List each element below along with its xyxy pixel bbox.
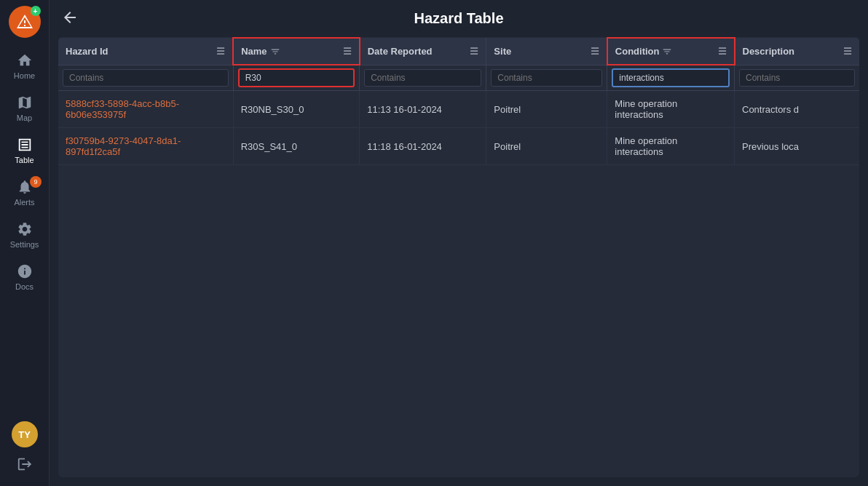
sidebar-item-home-label: Home [14, 71, 35, 80]
cell-site: Poitrel [486, 128, 607, 165]
table-row: 5888cf33-5898-4acc-b8b5-6b06e353975fR30N… [58, 91, 859, 128]
cell-date-reported: 11:18 16-01-2024 [360, 128, 486, 165]
sidebar-item-map-label: Map [17, 113, 32, 122]
logout-icon [17, 456, 33, 472]
col-menu-description[interactable]: ☰ [843, 46, 852, 57]
hazard-id-link[interactable]: f30759b4-9273-4047-8da1-897fd1f2ca5f [66, 135, 181, 157]
app-logo[interactable]: + [9, 6, 41, 38]
back-icon [61, 9, 79, 26]
hazard-table: Hazard Id ☰ Name ☰ [58, 37, 859, 165]
table-body: 5888cf33-5898-4acc-b8b5-6b06e353975fR30N… [58, 91, 859, 165]
sidebar: + Home Map Table 9 Alerts Settings [0, 0, 50, 486]
cell-description: Contractors d [735, 91, 860, 128]
filter-input-hazard-id[interactable] [63, 69, 229, 87]
cell-description: Previous loca [735, 128, 860, 165]
col-header-condition[interactable]: Condition ☰ [607, 38, 735, 65]
col-menu-site[interactable]: ☰ [591, 46, 599, 57]
table-header-row: Hazard Id ☰ Name ☰ [58, 38, 859, 65]
logout-button[interactable] [11, 450, 39, 480]
sidebar-bottom: TY [11, 421, 39, 480]
col-header-description[interactable]: Description ☰ [735, 38, 860, 65]
cell-name: R30NB_S30_0 [233, 91, 360, 128]
col-header-hazard-id[interactable]: Hazard Id ☰ [58, 38, 233, 65]
hazard-id-link[interactable]: 5888cf33-5898-4acc-b8b5-6b06e353975f [66, 98, 179, 120]
cell-condition: Mine operation interactions [607, 128, 735, 165]
filter-icon-name [270, 47, 280, 57]
cell-hazard-id: 5888cf33-5898-4acc-b8b5-6b06e353975f [58, 91, 233, 128]
col-menu-date-reported[interactable]: ☰ [470, 46, 478, 57]
cell-site: Poitrel [486, 91, 607, 128]
col-menu-condition[interactable]: ☰ [718, 46, 727, 57]
add-badge: + [31, 6, 41, 16]
map-icon [17, 95, 33, 111]
sidebar-item-table[interactable]: Table [0, 131, 49, 170]
table-container: Hazard Id ☰ Name ☰ [58, 37, 859, 477]
docs-icon [17, 263, 33, 279]
col-header-date-reported[interactable]: Date Reported ☰ [360, 38, 486, 65]
cell-hazard-id: f30759b4-9273-4047-8da1-897fd1f2ca5f [58, 128, 233, 165]
filter-icon-condition [662, 47, 672, 57]
filter-cell-condition [607, 65, 735, 91]
col-menu-name[interactable]: ☰ [343, 46, 352, 57]
filter-cell-site [486, 65, 607, 91]
filter-cell-name [233, 65, 360, 91]
col-menu-hazard-id[interactable]: ☰ [216, 46, 225, 57]
sidebar-item-settings-label: Settings [10, 240, 39, 249]
filter-cell-date-reported [360, 65, 486, 91]
col-header-name[interactable]: Name ☰ [233, 38, 360, 65]
back-button[interactable] [61, 9, 79, 28]
main-content: Hazard Table Hazard Id ☰ N [50, 0, 868, 486]
table-row: f30759b4-9273-4047-8da1-897fd1f2ca5fR30S… [58, 128, 859, 165]
table-icon [17, 137, 33, 153]
user-avatar[interactable]: TY [12, 421, 38, 447]
sidebar-item-home[interactable]: Home [0, 47, 49, 86]
home-icon [17, 52, 33, 68]
filter-cell-hazard-id [58, 65, 233, 91]
sidebar-item-docs[interactable]: Docs [0, 258, 49, 297]
col-header-site[interactable]: Site ☰ [486, 38, 607, 65]
sidebar-item-map[interactable]: Map [0, 89, 49, 128]
filter-input-date-reported[interactable] [364, 69, 481, 87]
sidebar-item-settings[interactable]: Settings [0, 215, 49, 255]
cell-name: R30S_S41_0 [233, 128, 360, 165]
page-header: Hazard Table [50, 0, 868, 37]
filter-input-description[interactable] [739, 69, 855, 87]
alerts-badge: 9 [30, 176, 42, 188]
warning-icon [16, 13, 33, 31]
cell-date-reported: 11:13 16-01-2024 [360, 91, 486, 128]
page-title: Hazard Table [414, 10, 504, 27]
sidebar-item-docs-label: Docs [15, 282, 33, 291]
settings-icon [17, 221, 33, 237]
filter-input-name[interactable] [238, 68, 355, 87]
filter-cell-description [735, 65, 860, 91]
sidebar-item-alerts-label: Alerts [14, 198, 34, 207]
table-wrapper[interactable]: Hazard Id ☰ Name ☰ [58, 37, 859, 477]
filter-row [58, 65, 859, 91]
filter-input-condition[interactable] [612, 68, 730, 87]
filter-input-site[interactable] [491, 69, 602, 87]
sidebar-item-alerts[interactable]: 9 Alerts [0, 173, 49, 212]
sidebar-item-table-label: Table [15, 156, 33, 164]
cell-condition: Mine operation interactions [607, 91, 735, 128]
